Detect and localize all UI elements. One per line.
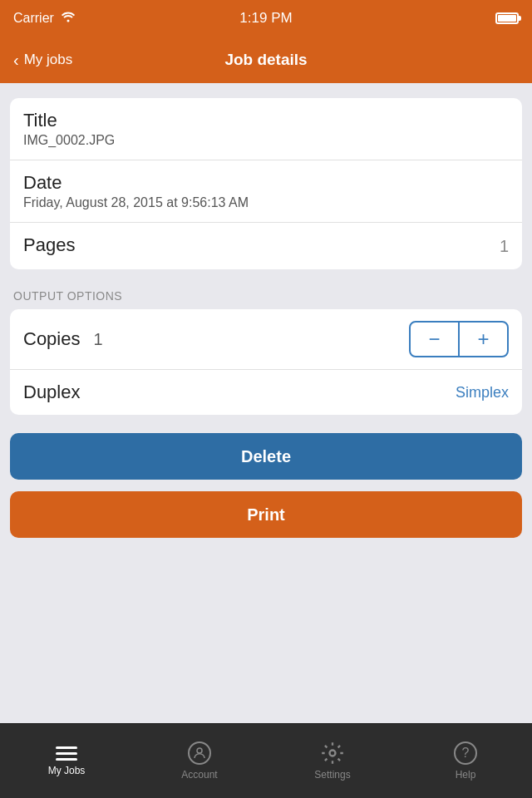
back-label: My jobs	[24, 52, 73, 68]
copies-count: 1	[93, 330, 102, 349]
title-label: Title	[23, 110, 509, 131]
account-icon	[188, 741, 211, 765]
copies-controls: − +	[409, 321, 509, 357]
my-jobs-label: My Jobs	[48, 765, 86, 776]
battery-icon	[495, 12, 519, 24]
status-bar: Carrier 1:19 PM	[0, 0, 532, 37]
nav-bar: ‹ My jobs Job details	[0, 37, 532, 83]
page-title: Job details	[224, 51, 307, 69]
date-row: Date Friday, August 28, 2015 at 9:56:13 …	[10, 160, 522, 223]
delete-button[interactable]: Delete	[10, 433, 522, 480]
svg-point-1	[330, 751, 336, 756]
tab-help[interactable]: ? Help	[399, 724, 532, 798]
account-label: Account	[181, 769, 217, 781]
copies-label: Copies	[23, 328, 80, 350]
date-label: Date	[23, 172, 509, 194]
back-button[interactable]: ‹ My jobs	[13, 51, 72, 70]
tab-settings[interactable]: Settings	[266, 724, 399, 798]
pages-value: 1	[500, 237, 509, 256]
increment-button[interactable]: +	[459, 321, 509, 357]
duplex-label: Duplex	[23, 382, 80, 403]
date-value: Friday, August 28, 2015 at 9:56:13 AM	[23, 195, 509, 210]
settings-label: Settings	[314, 769, 350, 781]
tab-bar: My Jobs Account Settings ? Help	[0, 723, 532, 798]
tab-account[interactable]: Account	[133, 724, 266, 798]
back-chevron-icon: ‹	[13, 51, 19, 70]
title-value: IMG_0002.JPG	[23, 133, 509, 148]
title-row: Title IMG_0002.JPG	[10, 98, 522, 160]
settings-icon	[321, 741, 344, 765]
output-options-header: OUTPUT OPTIONS	[10, 289, 522, 309]
battery-container	[495, 12, 519, 24]
decrement-button[interactable]: −	[409, 321, 459, 357]
carrier-label: Carrier	[13, 11, 54, 26]
time-label: 1:19 PM	[239, 10, 292, 27]
copies-row: Copies 1 − +	[10, 309, 522, 370]
tab-my-jobs[interactable]: My Jobs	[0, 724, 133, 798]
help-label: Help	[456, 769, 476, 781]
main-content: Title IMG_0002.JPG Date Friday, August 2…	[0, 83, 532, 553]
duplex-row[interactable]: Duplex Simplex	[10, 370, 522, 415]
svg-point-0	[197, 748, 202, 753]
wifi-icon	[61, 11, 76, 26]
output-options-card: Copies 1 − + Duplex Simplex	[10, 309, 522, 415]
print-button[interactable]: Print	[10, 491, 522, 538]
my-jobs-icon	[56, 746, 77, 761]
pages-label: Pages	[23, 234, 75, 256]
help-icon: ?	[454, 741, 477, 765]
duplex-value: Simplex	[456, 384, 509, 401]
job-details-card: Title IMG_0002.JPG Date Friday, August 2…	[10, 98, 522, 269]
pages-row: Pages 1	[10, 223, 522, 269]
